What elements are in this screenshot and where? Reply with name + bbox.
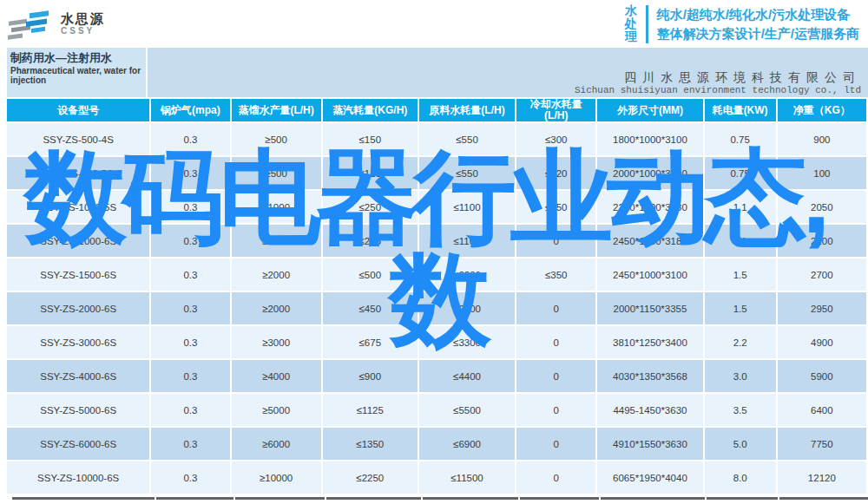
slogan-lines: 纯水/超纯水/纯化水/污水处理设备 整体解决方案设计/生产/运营服务商 (657, 8, 859, 40)
product-title-block: 制药用水—注射用水 Pharmaceutical water, water fo… (7, 48, 146, 97)
bottom-border-segment (326, 497, 421, 500)
value-cell: ≤675 (323, 326, 418, 358)
value-cell: 4495-1450*3630 (597, 394, 702, 426)
value-cell: 1.5 (705, 259, 776, 291)
page: 水思源 CSSY 水 处 理 纯水/超纯水/纯化水/污水处理设备 整体解决方案设… (0, 0, 868, 504)
value-cell: 4900 (778, 326, 866, 358)
value-cell: 2200 (778, 225, 866, 257)
value-cell: 0.3 (151, 225, 229, 257)
value-cell: 8.0 (705, 461, 776, 494)
value-cell: 0.75 (705, 123, 776, 155)
value-cell: 0.75 (705, 157, 776, 189)
value-cell: ≤550 (419, 123, 515, 155)
value-cell: 0.3 (151, 191, 229, 223)
spec-table-wrap: 设备型号锅炉气(mpa)蒸馏水产量(L/H)蒸汽耗量(KG/H)原料水耗量(L/… (0, 97, 868, 500)
model-cell: SSY-ZS-2000-6S (7, 292, 149, 324)
value-cell: 1.5 (705, 292, 776, 324)
title-bar: 制药用水—注射用水 Pharmaceutical water, water fo… (0, 48, 868, 97)
value-cell: ≤150 (323, 123, 418, 155)
model-cell: SSY-ZS-1500-6S (7, 259, 149, 291)
value-cell: ≥3000 (232, 326, 321, 358)
value-cell: 2000*1000*3100 (597, 157, 702, 189)
slogan-line-2: 整体解决方案设计/生产/运营服务商 (657, 27, 859, 40)
value-cell: 0.3 (151, 123, 229, 155)
column-header: 外形尺寸(MM) (597, 99, 702, 121)
value-cell: ≤11500 (419, 461, 515, 494)
value-cell: ≤6900 (419, 428, 515, 460)
company-name-en: Sichuan shuisiyuan environment technolog… (575, 85, 861, 96)
value-cell: ≥1000 (232, 225, 321, 257)
table-row: SSY-ZS-500-4S0.3≥500≤150≤550≤3001800*100… (7, 123, 866, 155)
model-cell: SSY-ZS-5000-6S (7, 394, 149, 426)
value-cell: ≥4000 (232, 360, 321, 392)
product-title-en: Pharmaceutical water, water for injectio… (10, 66, 144, 86)
bottom-border-segment (423, 497, 518, 500)
company-name-block: 四川水思源环境科技有限公司 Sichuan shuisiyuan environ… (148, 48, 868, 97)
value-cell: 4910*1550*3630 (597, 428, 702, 460)
value-cell: ≤225 (323, 225, 418, 257)
column-header: 冷却水耗量(L/H) (516, 99, 595, 121)
product-title-cn: 制药用水—注射用水 (10, 51, 144, 65)
value-cell: 2.2 (705, 326, 776, 358)
value-cell: 2700 (778, 259, 866, 291)
bottom-border-segment (707, 497, 778, 500)
value-cell: ≤250 (516, 191, 595, 223)
value-cell: 0.3 (151, 461, 229, 494)
model-cell: SSY-ZS-6000-6S (7, 428, 149, 460)
value-cell: 3.0 (705, 360, 776, 392)
top-header: 水思源 CSSY 水 处 理 纯水/超纯水/纯化水/污水处理设备 整体解决方案设… (0, 0, 868, 48)
value-cell: 900 (778, 123, 866, 155)
value-cell: ≤1350 (323, 428, 418, 460)
value-cell: ≥6000 (232, 428, 321, 460)
bottom-border-segment (12, 497, 155, 500)
value-cell: ≤2200 (419, 259, 515, 291)
value-cell: 0 (516, 360, 595, 392)
value-cell: 0.3 (151, 394, 229, 426)
value-cell: ≥500 (232, 123, 321, 155)
value-cell: ≤120 (516, 157, 595, 189)
value-cell: ≤250 (323, 191, 418, 223)
model-cell: SSY-ZS-500-5S (7, 157, 149, 189)
bottom-border-segment (779, 497, 868, 500)
column-header: 净重（KG） (778, 99, 866, 121)
value-cell: ≤1100 (419, 225, 515, 257)
value-cell: 0.3 (151, 292, 229, 324)
value-cell: 0 (516, 428, 595, 460)
logo-name-en: CSSY (61, 27, 105, 36)
column-header: 耗电量(KW) (705, 99, 776, 121)
value-cell: 2450*1000*3180 (597, 225, 702, 257)
bottom-border-segment (601, 497, 706, 500)
value-cell: ≤125 (323, 157, 418, 189)
column-header: 原料水耗量(L/H) (419, 99, 515, 121)
cssy-logo[interactable]: 水思源 CSSY (7, 8, 105, 41)
slogan-divider (646, 5, 648, 43)
value-cell: ≤350 (516, 259, 595, 291)
value-cell: 1.1 (705, 191, 776, 223)
vert-char: 理 (625, 30, 637, 43)
value-cell: ≥2000 (232, 292, 321, 324)
value-cell: ≤300 (516, 123, 595, 155)
value-cell: 2950 (778, 292, 866, 324)
water-treatment-vertical-label: 水 处 理 (625, 4, 637, 43)
value-cell: 0.3 (151, 326, 229, 358)
value-cell: 6400 (778, 394, 866, 426)
column-header: 蒸馏水产量(L/H) (232, 99, 321, 121)
table-row: SSY-ZS-1500-6S0.3≥2000≤500≤2200≤3502450*… (7, 259, 866, 291)
table-row: SSY-ZS-1000-5S0.3≥1000≤250≤1100≤2502200*… (7, 191, 866, 223)
value-cell: 2450*1000*3100 (597, 259, 702, 291)
value-cell: 0 (516, 292, 595, 324)
value-cell: ≥10000 (232, 461, 321, 494)
spec-table: 设备型号锅炉气(mpa)蒸馏水产量(L/H)蒸汽耗量(KG/H)原料水耗量(L/… (5, 97, 868, 495)
value-cell: ≤450 (323, 292, 418, 324)
value-cell: 3.5 (705, 394, 776, 426)
value-cell: ≤2250 (323, 461, 418, 494)
bottom-border-segment (156, 497, 234, 500)
value-cell: ≤3300 (419, 326, 515, 358)
value-cell: ≤2200 (419, 292, 515, 324)
value-cell: 5.0 (705, 428, 776, 460)
table-row: SSY-ZS-10000-6S0.3≥10000≤2250≤1150006065… (7, 461, 866, 494)
value-cell: 0.3 (151, 360, 229, 392)
value-cell: 0.3 (151, 428, 229, 460)
value-cell: 12120 (778, 461, 866, 494)
bottom-border-segment (520, 497, 599, 500)
